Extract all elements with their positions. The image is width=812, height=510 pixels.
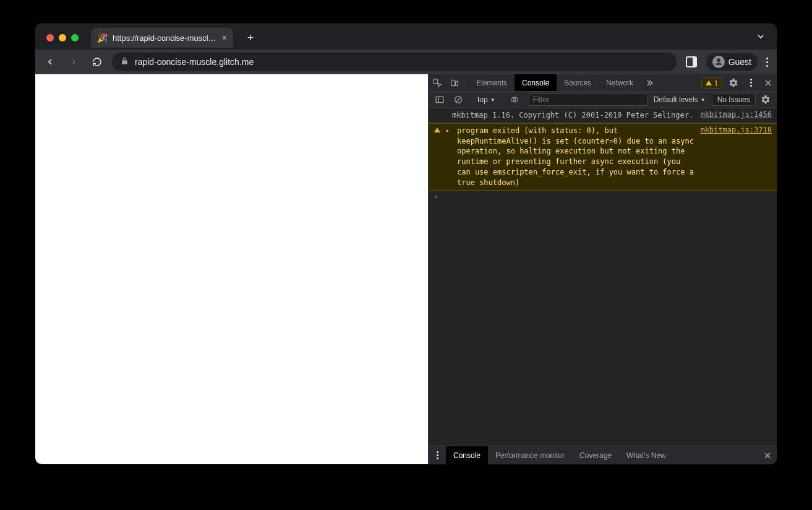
more-tabs-button[interactable] (641, 74, 658, 91)
browser-window: 🎉 https://rapid-concise-muscle.g × + rap… (35, 24, 777, 464)
devtools-settings-button[interactable] (725, 74, 742, 91)
tab-search-button[interactable] (751, 29, 771, 46)
page-viewport[interactable] (35, 74, 428, 464)
tab-elements[interactable]: Elements (469, 74, 515, 91)
close-window-button[interactable] (46, 34, 54, 41)
browser-tab[interactable]: 🎉 https://rapid-concise-muscle.g × (91, 28, 233, 48)
drawer-tab-performance-monitor[interactable]: Performance monitor (488, 446, 572, 464)
profile-button[interactable]: Guest (706, 53, 758, 71)
clear-console-button[interactable] (450, 95, 467, 105)
console-warning-source-link[interactable]: mkbitmap.js:3718 (700, 126, 772, 134)
live-expression-button[interactable] (506, 95, 523, 104)
close-tab-button[interactable]: × (222, 33, 227, 43)
maximize-window-button[interactable] (71, 34, 79, 41)
console-filter-input[interactable] (529, 93, 647, 106)
avatar-icon (712, 56, 725, 68)
console-warning-message: program exited (with status: 0), but kee… (457, 126, 695, 188)
console-log-source-link[interactable]: mkbitmap.js:1456 (700, 110, 772, 119)
reload-button[interactable] (88, 53, 106, 71)
drawer-tab-whats-new[interactable]: What's New (619, 446, 673, 464)
warnings-chip[interactable]: 1 (701, 77, 722, 89)
warnings-count: 1 (714, 79, 718, 87)
no-issues-button[interactable]: No Issues (712, 93, 756, 106)
console-warning-row: program exited (with status: 0), but kee… (429, 123, 777, 191)
tab-title: https://rapid-concise-muscle.g (113, 33, 217, 43)
expand-caret-icon[interactable] (446, 126, 452, 134)
svg-point-9 (513, 98, 516, 101)
console-log-row: mkbitmap 1.16. Copyright (C) 2001-2019 P… (429, 108, 777, 123)
tab-strip: 🎉 https://rapid-concise-muscle.g × + (35, 24, 777, 50)
console-settings-button[interactable] (757, 95, 774, 105)
devtools-panel: Elements Console Sources Network 1 (428, 74, 777, 464)
svg-rect-1 (451, 80, 455, 85)
minimize-window-button[interactable] (59, 34, 66, 41)
lock-icon (121, 57, 129, 67)
window-traffic-lights[interactable] (46, 34, 79, 41)
console-output[interactable]: mkbitmap 1.16. Copyright (C) 2001-2019 P… (429, 108, 777, 446)
drawer-close-button[interactable] (758, 446, 777, 464)
svg-line-8 (456, 98, 461, 102)
warning-icon (434, 126, 441, 132)
log-levels-label: Default levels (654, 95, 698, 104)
console-prompt[interactable] (429, 191, 777, 203)
url-omnibox[interactable]: rapid-concise-muscle.glitch.me (112, 53, 677, 71)
drawer-menu-button[interactable] (429, 446, 446, 464)
svg-rect-2 (455, 81, 458, 85)
tab-console[interactable]: Console (515, 74, 557, 91)
devtools-drawer: Console Performance monitor Coverage Wha… (429, 446, 777, 464)
url-text: rapid-concise-muscle.glitch.me (135, 57, 254, 67)
log-levels-selector[interactable]: Default levels ▼ (649, 95, 711, 104)
warning-icon (706, 80, 712, 85)
devtools-menu-button[interactable] (742, 74, 759, 91)
inspect-element-button[interactable] (429, 74, 446, 91)
back-button[interactable] (41, 53, 59, 71)
profile-label: Guest (729, 57, 751, 67)
svg-rect-5 (436, 97, 443, 102)
device-toolbar-button[interactable] (446, 74, 463, 91)
tab-favicon-icon: 🎉 (97, 33, 108, 43)
devtools-close-button[interactable] (759, 74, 777, 91)
devtools-tabbar: Elements Console Sources Network 1 (429, 74, 777, 92)
browser-menu-button[interactable] (764, 55, 771, 69)
tab-network[interactable]: Network (599, 74, 641, 91)
tab-sources[interactable]: Sources (557, 74, 599, 91)
forward-button[interactable] (65, 53, 82, 71)
context-selector[interactable]: top ▼ (472, 95, 500, 104)
drawer-tab-coverage[interactable]: Coverage (572, 446, 619, 464)
drawer-tab-console[interactable]: Console (446, 446, 488, 464)
address-bar-row: rapid-concise-muscle.glitch.me Guest (35, 50, 777, 74)
context-selector-label: top (477, 95, 488, 104)
console-sidebar-toggle-button[interactable] (431, 95, 448, 105)
new-tab-button[interactable]: + (242, 29, 259, 46)
console-toolbar: top ▼ Default levels ▼ No Issues (429, 92, 777, 108)
console-log-message: mkbitmap 1.16. Copyright (C) 2001-2019 P… (446, 110, 695, 121)
side-panel-button[interactable] (683, 53, 700, 71)
